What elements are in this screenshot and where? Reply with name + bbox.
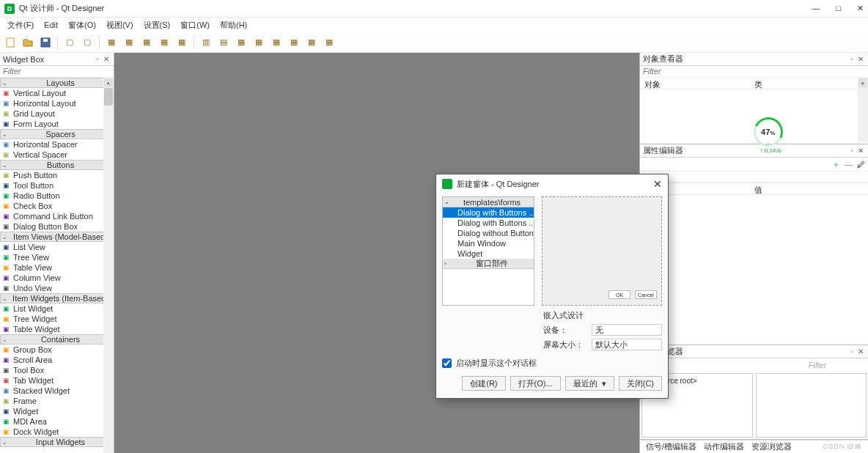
widget-tool-box[interactable]: ▣Tool Box <box>0 365 114 375</box>
widget-table-view[interactable]: ▣Table View <box>0 262 114 273</box>
layout-f-icon[interactable]: ▦ <box>269 35 284 50</box>
widget-grid-layout[interactable]: ▣Grid Layout <box>0 108 114 119</box>
recent-button[interactable]: 最近的 ▾ <box>565 376 614 391</box>
layout-a-icon[interactable]: ▦ <box>304 35 319 50</box>
dock-close-icon[interactable]: ✕ <box>856 147 865 155</box>
dock-float-icon[interactable]: ▫ <box>847 147 856 155</box>
object-inspector-filter[interactable] <box>643 67 865 76</box>
tool-5[interactable]: ▢ <box>80 35 95 50</box>
tool-9[interactable]: ▦ <box>157 35 172 50</box>
widget-tree-widget[interactable]: ▣Tree Widget <box>0 314 114 324</box>
widget-vertical-layout[interactable]: ▣Vertical Layout <box>0 88 114 98</box>
widget-tab-widget[interactable]: ▣Tab Widget <box>0 375 114 386</box>
widget-horizontal-spacer[interactable]: ▣Horizontal Spacer <box>0 139 114 150</box>
tree-item-dialog-nb[interactable]: Dialog without Buttons <box>443 228 534 238</box>
widget-stacked-widget[interactable]: ▣Stacked Widget <box>0 386 114 396</box>
tab-action-editor[interactable]: 动作编辑器 <box>704 441 744 452</box>
widget-horizontal-layout[interactable]: ▣Horizontal Layout <box>0 98 114 108</box>
widget-dialog-button-box[interactable]: ▣Dialog Button Box <box>0 221 114 232</box>
layout-v-icon[interactable]: ▤ <box>216 35 231 50</box>
widget-list-widget[interactable]: ▣List Widget <box>0 303 114 314</box>
tree-item-dialog-br[interactable]: Dialog with Buttons ... <box>443 218 534 228</box>
dock-float-icon[interactable]: ▫ <box>847 347 856 356</box>
widget-scroll-area[interactable]: ▣Scroll Area <box>0 355 114 365</box>
menu-form[interactable]: 窗体(O) <box>64 18 100 32</box>
dock-close-icon[interactable]: ✕ <box>856 347 865 356</box>
tool-4[interactable]: ▢ <box>62 35 77 50</box>
open-button[interactable]: 打开(O)... <box>510 376 561 391</box>
property-filter[interactable] <box>643 172 865 181</box>
prop-config-icon[interactable]: 🖉 <box>857 160 865 169</box>
tool-8[interactable]: ▦ <box>139 35 154 50</box>
tree-category-widgets[interactable]: ›窗口部件 <box>443 259 534 269</box>
category-input-widgets[interactable]: ⌄Input Widgets <box>0 437 114 447</box>
category-buttons[interactable]: ⌄Buttons <box>0 160 114 170</box>
tree-item-dialog-bb[interactable]: Dialog with Buttons ... <box>443 207 534 218</box>
menu-help[interactable]: 帮助(H) <box>216 18 251 32</box>
widget-frame[interactable]: ▣Frame <box>0 396 114 406</box>
show-on-startup-checkbox[interactable] <box>442 358 452 368</box>
resource-filter[interactable]: Filter <box>770 361 865 369</box>
widget-form-layout[interactable]: ▣Form Layout <box>0 119 114 129</box>
menu-settings[interactable]: 设置(S) <box>139 18 175 32</box>
widget-radio-button[interactable]: ▣Radio Button <box>0 191 114 201</box>
obj-scrollbar[interactable]: ▴ <box>858 78 868 142</box>
widget-group-box[interactable]: ▣Group Box <box>0 345 114 355</box>
widget-column-view[interactable]: ▣Column View <box>0 273 114 283</box>
widget-box-filter[interactable] <box>3 67 111 76</box>
widget-push-button[interactable]: ▣Push Button <box>0 170 114 180</box>
widget-table-widget[interactable]: ▣Table Widget <box>0 324 114 334</box>
tab-signal-slot[interactable]: 信号/槽编辑器 <box>646 441 696 452</box>
tool-6[interactable]: ▦ <box>104 35 119 50</box>
menu-file[interactable]: 文件(F) <box>3 18 38 32</box>
save-icon[interactable] <box>38 35 53 50</box>
tree-item-mainwindow[interactable]: Main Window <box>443 238 534 248</box>
layout-h-icon[interactable]: ▥ <box>199 35 213 50</box>
tree-category-forms[interactable]: ⌄templates\forms <box>443 197 534 207</box>
screen-size-select[interactable]: 默认大小 <box>592 339 662 350</box>
dock-float-icon[interactable]: ▫ <box>93 55 102 63</box>
dock-float-icon[interactable]: ▫ <box>847 55 856 63</box>
widget-check-box[interactable]: ▣Check Box <box>0 201 114 211</box>
widget-command-link-button[interactable]: ▣Command Link Button <box>0 211 114 221</box>
widget-list-view[interactable]: ▣List View <box>0 242 114 252</box>
widget-dock-widget[interactable]: ▣Dock Widget <box>0 427 114 437</box>
category-spacers[interactable]: ⌄Spacers <box>0 129 114 139</box>
tool-7[interactable]: ▦ <box>122 35 136 50</box>
maximize-button[interactable]: □ <box>836 4 841 13</box>
device-select[interactable]: 无 <box>592 324 662 336</box>
widget-mdi-area[interactable]: ▣MDI Area <box>0 416 114 427</box>
layout-s-icon[interactable]: ▦ <box>234 35 249 50</box>
widget-vertical-spacer[interactable]: ▣Vertical Spacer <box>0 150 114 160</box>
layout-x-icon[interactable]: ▦ <box>322 35 336 50</box>
category-layouts[interactable]: ⌄Layouts <box>0 78 114 88</box>
tab-resource-browser[interactable]: 资源浏览器 <box>751 441 792 452</box>
menu-view[interactable]: 视图(V) <box>102 18 138 32</box>
widget-widget[interactable]: ▣Widget <box>0 406 114 416</box>
layout-b-icon[interactable]: ▦ <box>287 35 301 50</box>
close-button[interactable]: ✕ <box>857 4 864 13</box>
minimize-button[interactable]: — <box>812 4 820 13</box>
widget-undo-view[interactable]: ▣Undo View <box>0 283 114 293</box>
tool-10[interactable]: ▦ <box>174 35 189 50</box>
prop-remove-icon[interactable]: — <box>845 160 853 169</box>
tree-item-widget[interactable]: Widget <box>443 248 534 259</box>
new-file-icon[interactable] <box>3 35 18 50</box>
dialog-close-icon[interactable]: ✕ <box>653 178 662 190</box>
close-button[interactable]: 关闭(C) <box>619 376 662 391</box>
dock-close-icon[interactable]: ✕ <box>856 55 865 63</box>
open-file-icon[interactable] <box>21 35 35 50</box>
create-button[interactable]: 创建(R) <box>462 376 505 391</box>
widget-tree-view[interactable]: ▣Tree View <box>0 252 114 262</box>
dock-close-icon[interactable]: ✕ <box>102 55 111 63</box>
menu-window[interactable]: 窗口(W) <box>176 18 214 32</box>
layout-g-icon[interactable]: ▦ <box>251 35 266 50</box>
menu-edit[interactable]: Edit <box>40 19 62 31</box>
template-tree[interactable]: ⌄templates\forms Dialog with Buttons ...… <box>442 196 534 306</box>
widget-box-scrollbar[interactable]: ▴ <box>103 78 114 453</box>
resource-view[interactable] <box>756 373 867 438</box>
prop-add-icon[interactable]: ＋ <box>832 159 840 170</box>
category-item-views-model-based-[interactable]: ⌄Item Views (Model-Based) <box>0 232 114 242</box>
widget-tool-button[interactable]: ▣Tool Button <box>0 180 114 191</box>
category-containers[interactable]: ⌄Containers <box>0 334 114 345</box>
